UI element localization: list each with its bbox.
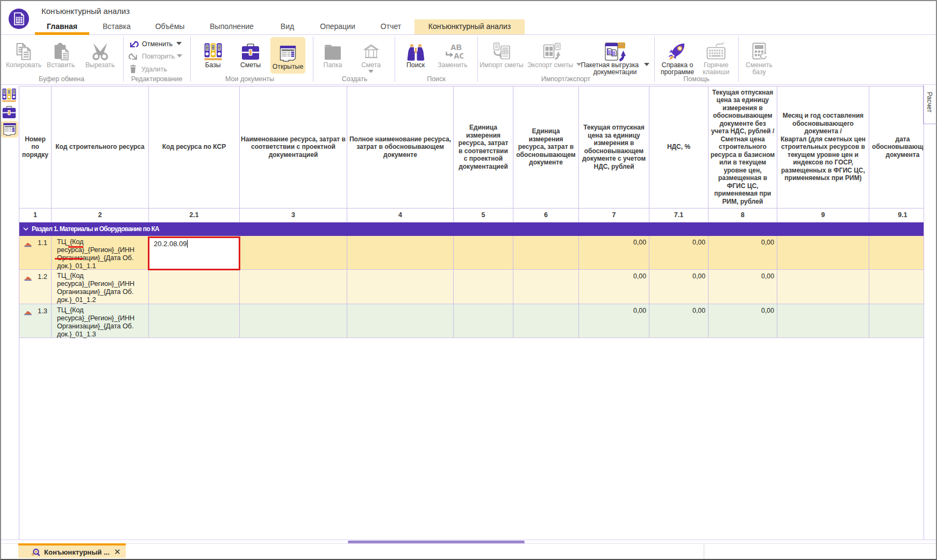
svg-text:AB: AB xyxy=(450,43,462,52)
svg-text:AC: AC xyxy=(454,52,463,60)
